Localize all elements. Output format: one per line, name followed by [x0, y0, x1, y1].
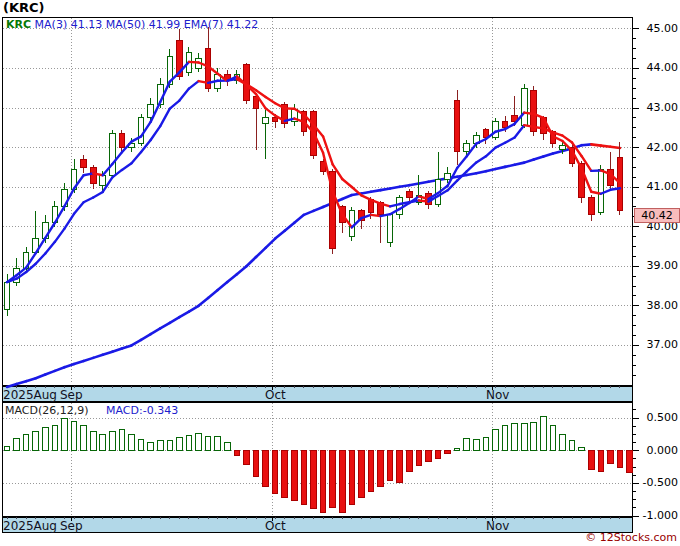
macd-axis-label-0.500: 0.500 [638, 411, 678, 424]
month-label-2025Aug: 2025Aug [3, 519, 57, 533]
price-axis-label-39.00: 39.00 [638, 259, 678, 272]
price-axis-label-43.00: 43.00 [638, 101, 678, 114]
price-axis-label-38.00: 38.00 [638, 299, 678, 312]
macd-axis-label-0.000: 0.000 [638, 444, 678, 457]
legend-ma3-label: MA(3) [35, 18, 68, 31]
macd-value-label: MACD:-0.343 [106, 404, 178, 417]
page-title: (KRC) [3, 0, 45, 15]
price-axis-label-37.00: 37.00 [638, 338, 678, 351]
legend-ma50-label: MA(50) [106, 18, 146, 31]
macd-axis-label--1.000: -1.000 [638, 509, 678, 522]
month-label-Nov: Nov [486, 519, 509, 533]
macd-axis-label--0.500: -0.500 [638, 476, 678, 489]
legend-ma3-value: 41.13 [71, 18, 103, 31]
legend-ema7-value: 41.22 [227, 18, 259, 31]
month-label-Oct: Oct [265, 519, 286, 533]
month-label-Sep: Sep [60, 388, 83, 402]
macd-legend: MACD(26,12,9) MACD:-0.343 [5, 404, 178, 417]
month-label-Sep: Sep [60, 519, 83, 533]
macd-params-label: MACD(26,12,9) [5, 404, 89, 417]
price-legend: KRC MA(3) 41.13 MA(50) 41.99 EMA(7) 41.2… [6, 18, 258, 31]
legend-ma50-value: 41.99 [149, 18, 181, 31]
price-axis-label-42.00: 42.00 [638, 141, 678, 154]
legend-ema7-label: EMA(7) [184, 18, 224, 31]
last-price-badge: 40.42 [634, 208, 680, 223]
month-label-2025Aug: 2025Aug [3, 388, 57, 402]
legend-symbol: KRC [6, 18, 31, 31]
stock-chart-page: (KRC) KRC MA(3) 41.13 MA(50) 41.99 EMA(7… [0, 0, 680, 546]
chart-canvas [0, 0, 680, 546]
date-axis-top: 2025AugSepOctNov [0, 387, 632, 402]
price-axis-label-44.00: 44.00 [638, 61, 678, 74]
price-axis-label-45.00: 45.00 [638, 22, 678, 35]
price-axis-label-41.00: 41.00 [638, 180, 678, 193]
watermark: © 12Stocks.com [585, 531, 677, 544]
month-label-Oct: Oct [265, 388, 286, 402]
month-label-Nov: Nov [486, 388, 509, 402]
date-axis-bottom: 2025AugSepOctNov [0, 518, 632, 533]
